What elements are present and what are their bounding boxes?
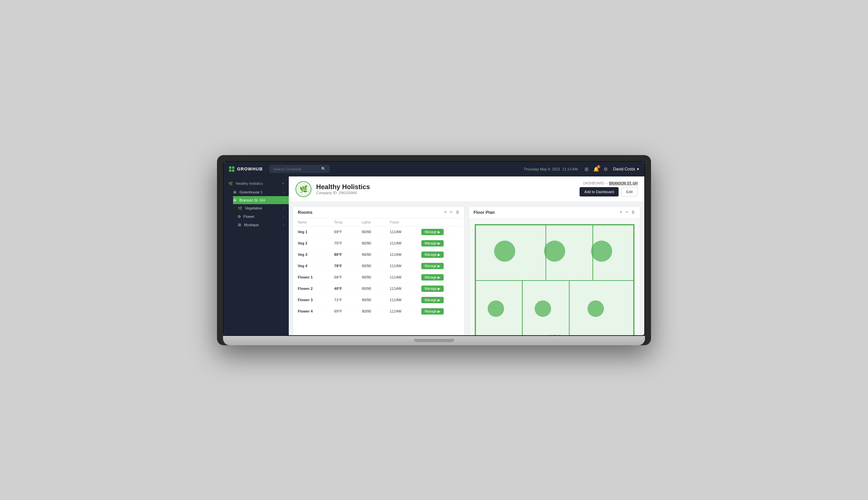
rooms-panel-actions: ✕ ✏ 🗑 <box>444 210 460 215</box>
room-name: Flower 4 <box>293 306 330 317</box>
sidebar-item-vegetative[interactable]: 🌿 Vegetative › <box>238 204 289 213</box>
room-name: Veg 4 <box>293 260 330 272</box>
room-lights: 80/90 <box>357 238 385 249</box>
room-manage[interactable]: Manage ▶ <box>416 249 464 260</box>
sidebar: 🌿 Healthy Holistics ▾ 🏛 Greenhouse 1 › <box>224 177 289 335</box>
datetime-display: Thursday May 9, 2021 11:13 AM <box>524 167 578 171</box>
company-name-heading: Healthy Holistics <box>316 183 370 191</box>
sidebar-mystique-label: Mystique <box>244 223 259 227</box>
flower-icon: ✿ <box>238 215 241 219</box>
svg-point-11 <box>534 300 551 317</box>
room-temp: 80°F <box>330 249 357 260</box>
app-container: GROWHUB 🔍 Thursday May 9, 2021 11:13 AM … <box>224 162 644 335</box>
gh1-chevron-icon: › <box>283 191 284 194</box>
room-manage[interactable]: Manage ▶ <box>416 283 464 294</box>
branson-icon: 🏛 <box>233 198 237 202</box>
greenhouse1-icon: 🏛 <box>233 190 237 194</box>
room-temp: 68°F <box>330 272 357 283</box>
grid-icon[interactable]: ⊞ <box>585 167 589 172</box>
sidebar-greenhouse1-label: Greenhouse 1 <box>240 190 263 194</box>
room-power: 1114W <box>385 283 416 294</box>
rooms-edit-icon[interactable]: ✏ <box>450 210 453 215</box>
sidebar-sub-items: 🏛 Greenhouse 1 › 🏛 Branson St. GH › <box>224 188 289 229</box>
manage-button[interactable]: Manage ▶ <box>421 229 444 235</box>
company-logo: 🌿 <box>296 181 311 197</box>
mystique-chevron-icon: › <box>283 223 284 227</box>
room-power: 1114W <box>385 238 416 249</box>
sidebar-item-flower[interactable]: ✿ Flower › <box>238 213 289 221</box>
rooms-delete-icon[interactable]: 🗑 <box>456 210 460 215</box>
sidebar-item-branson[interactable]: 🏛 Branson St. GH › <box>233 196 289 204</box>
fp-edit-icon[interactable]: ✏ <box>625 210 628 215</box>
table-row: Veg 3 80°F 80/90 1114W Manage ▶ <box>293 249 464 260</box>
manage-button[interactable]: Manage ▶ <box>421 240 444 247</box>
rooms-table: Name Temp. Lights Power Veg 1 69°F 80/90… <box>293 218 464 317</box>
manage-button[interactable]: Manage ▶ <box>421 285 444 292</box>
search-box[interactable]: 🔍 <box>269 165 330 173</box>
company-id: Company ID: 294103945 <box>316 191 370 195</box>
room-name: Veg 1 <box>293 226 330 238</box>
room-lights: 80/90 <box>357 294 385 306</box>
settings-icon[interactable]: ⚙ <box>604 167 608 172</box>
floor-plan-panel: Floor Plan ✕ ✏ 🗑 <box>469 206 641 335</box>
sidebar-item-greenhouse1[interactable]: 🏛 Greenhouse 1 › <box>233 188 289 196</box>
room-manage[interactable]: Manage ▶ <box>416 306 464 317</box>
rooms-panel: Rooms ✕ ✏ 🗑 Name <box>293 206 465 335</box>
room-manage[interactable]: Manage ▶ <box>416 260 464 272</box>
svg-point-8 <box>544 240 565 262</box>
room-lights: 80/90 <box>357 272 385 283</box>
col-name: Name <box>293 218 330 227</box>
top-navigation: GROWHUB 🔍 Thursday May 9, 2021 11:13 AM … <box>224 162 644 177</box>
main-content: 🌿 Healthy Holistics Company ID: 29410394… <box>289 177 644 335</box>
room-power: 1114W <box>385 306 416 317</box>
laptop-base <box>223 336 645 345</box>
sidebar-section: 🌿 Healthy Holistics ▾ 🏛 Greenhouse 1 › <box>224 177 289 231</box>
manage-button[interactable]: Manage ▶ <box>421 263 444 269</box>
room-name: Veg 3 <box>293 249 330 260</box>
veg-chevron-icon: › <box>283 206 284 210</box>
room-temp: 40°F <box>330 283 357 294</box>
room-manage[interactable]: Manage ▶ <box>416 272 464 283</box>
search-input[interactable] <box>273 167 319 171</box>
edit-button[interactable]: Edit <box>621 187 638 196</box>
room-power: 1114W <box>385 260 416 272</box>
manage-button[interactable]: Manage ▶ <box>421 251 444 258</box>
svg-point-7 <box>494 240 515 262</box>
search-icon: 🔍 <box>321 167 326 171</box>
room-manage[interactable]: Manage ▶ <box>416 226 464 238</box>
sidebar-branson-label: Branson St. GH <box>240 198 265 202</box>
user-menu[interactable]: David Costa ▾ <box>613 167 639 171</box>
rooms-close-icon[interactable]: ✕ <box>444 210 447 215</box>
table-row: Flower 1 68°F 80/90 1114W Manage ▶ <box>293 272 464 283</box>
sidebar-item-mystique[interactable]: 🏛 Mystique › <box>238 221 289 229</box>
fp-close-icon[interactable]: ✕ <box>619 210 623 215</box>
room-temp: 69°F <box>330 306 357 317</box>
manage-button[interactable]: Manage ▶ <box>421 308 444 315</box>
manage-button[interactable]: Manage ▶ <box>421 274 444 281</box>
room-manage[interactable]: Manage ▶ <box>416 238 464 249</box>
svg-point-12 <box>587 300 604 317</box>
col-temp: Temp. <box>330 218 357 227</box>
vegetative-icon: 🌿 <box>238 206 242 211</box>
breadcrumb-dashboard[interactable]: DASHBOARD <box>583 181 604 185</box>
room-power: 1114W <box>385 272 416 283</box>
table-row: Flower 3 71°F 80/90 1114W Manage ▶ <box>293 294 464 306</box>
fp-delete-icon[interactable]: 🗑 <box>631 210 635 215</box>
bell-icon[interactable]: 🔔 2 <box>593 167 599 172</box>
col-power: Power <box>385 218 416 227</box>
logo-icon <box>229 167 234 172</box>
svg-point-10 <box>487 300 504 317</box>
company-header: 🌿 Healthy Holistics Company ID: 29410394… <box>289 177 644 202</box>
floor-plan-actions: ✕ ✏ 🗑 <box>619 210 635 215</box>
room-temp: 78°F <box>330 260 357 272</box>
room-manage[interactable]: Manage ▶ <box>416 294 464 306</box>
floor-plan-svg: 16 540 <box>472 222 637 335</box>
add-to-dashboard-button[interactable]: Add to Dashboard <box>580 187 619 196</box>
manage-button[interactable]: Manage ▶ <box>421 297 444 303</box>
laptop-screen: GROWHUB 🔍 Thursday May 9, 2021 11:13 AM … <box>223 161 645 336</box>
room-lights: 80/90 <box>357 260 385 272</box>
header-right: DASHBOARD › BRANSON ST. GH Add to Dashbo… <box>580 181 638 196</box>
table-row: Flower 2 40°F 80/90 1114W Manage ▶ <box>293 283 464 294</box>
logo-area: GROWHUB <box>229 167 263 172</box>
sidebar-company[interactable]: 🌿 Healthy Holistics ▾ <box>224 179 289 188</box>
